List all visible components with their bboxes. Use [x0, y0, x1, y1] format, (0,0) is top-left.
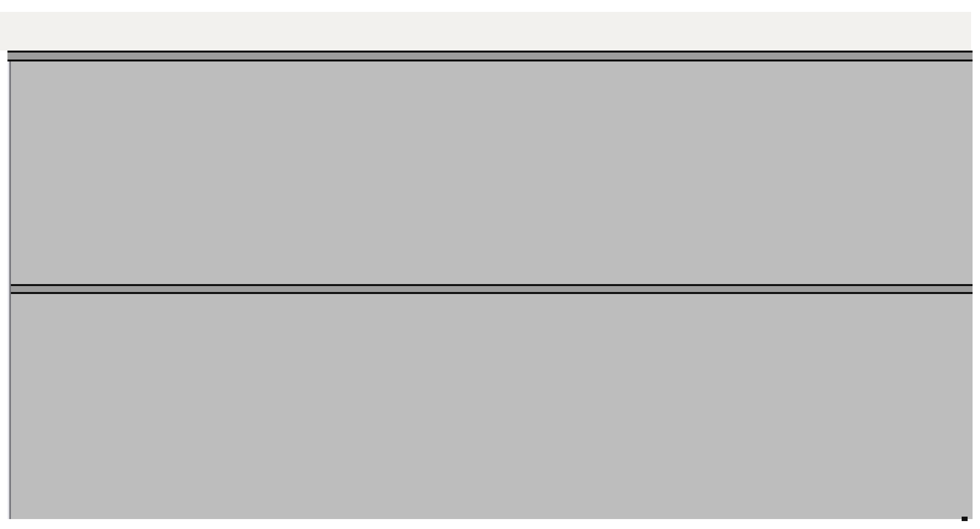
track-divider[interactable]	[7, 284, 973, 294]
track-panel-edge	[0, 51, 7, 529]
track-panel-border	[7, 61, 11, 519]
ruler-track-divider	[7, 51, 973, 61]
track-2-sine-waveform	[11, 294, 973, 519]
resize-handle[interactable]	[962, 517, 968, 521]
top-margin	[0, 0, 980, 12]
right-margin	[973, 0, 980, 529]
audio-track-1[interactable]	[11, 61, 973, 284]
audio-track-2[interactable]	[11, 294, 973, 519]
bottom-margin	[0, 519, 980, 529]
audio-editor-screen	[0, 0, 980, 529]
track-1-impulse-waveform	[11, 61, 973, 284]
timeline-ruler[interactable]	[0, 12, 971, 51]
